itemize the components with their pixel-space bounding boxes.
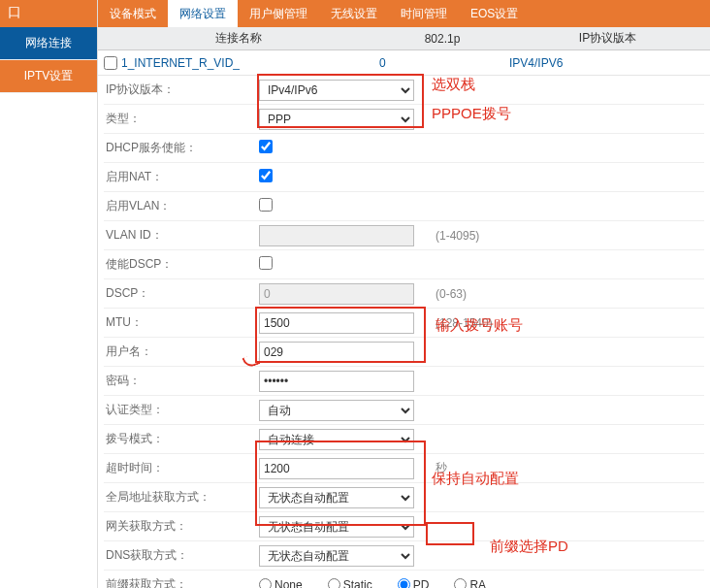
input-dscp[interactable] (259, 283, 414, 305)
label-prefix: 前缀获取方式： (104, 576, 259, 588)
select-dns[interactable]: 无状态自动配置 (259, 545, 414, 567)
checkbox-dscp[interactable] (259, 256, 273, 270)
hint-dscp: (0-63) (424, 287, 704, 301)
connection-checkbox[interactable] (104, 56, 117, 70)
table-header: 连接名称 802.1p IP协议版本 (98, 27, 710, 50)
sidebar-item-network[interactable]: 网络连接 (0, 27, 97, 60)
label-vlan-enable: 启用VLAN： (104, 198, 259, 214)
input-vlanid[interactable] (259, 225, 414, 246)
label-dhcp: DHCP服务使能： (104, 140, 259, 156)
hint-mtu: (128-1540) (424, 316, 704, 330)
label-username: 用户名： (104, 343, 259, 360)
label-auth: 认证类型： (104, 402, 259, 418)
label-dscp-enable: 使能DSCP： (104, 256, 259, 273)
select-global-addr[interactable]: 无状态自动配置 (259, 487, 414, 508)
connection-8021p: 0 (379, 56, 505, 70)
top-tabs: 设备模式 网络设置 用户侧管理 无线设置 时间管理 EOS设置 (98, 0, 710, 27)
label-vlanid: VLAN ID： (104, 227, 259, 244)
connection-row[interactable]: 1_INTERNET_R_VID_ 0 IPV4/IPV6 (98, 50, 710, 76)
tab-user-mgmt[interactable]: 用户侧管理 (238, 0, 319, 27)
checkbox-dhcp[interactable] (259, 140, 273, 153)
input-username[interactable] (259, 342, 414, 363)
label-dial: 拨号模式： (104, 431, 259, 447)
input-password[interactable] (259, 371, 414, 392)
radio-static[interactable]: Static (328, 578, 372, 589)
label-type: 类型： (104, 111, 259, 127)
tab-network-settings[interactable]: 网络设置 (168, 0, 238, 27)
radio-none[interactable]: None (259, 578, 303, 589)
select-auth[interactable]: 自动 (259, 400, 414, 421)
unit-timeout: 秒 (424, 460, 704, 476)
col-ipver: IP协议版本 (505, 30, 710, 47)
label-mtu: MTU： (104, 314, 259, 331)
col-8021p: 802.1p (379, 32, 505, 46)
connection-name: 1_INTERNET_R_VID_ (121, 56, 240, 70)
label-dscp: DSCP： (104, 285, 259, 302)
select-dial[interactable]: 自动连接 (259, 429, 414, 450)
input-mtu[interactable] (259, 312, 414, 334)
tab-wireless[interactable]: 无线设置 (319, 0, 389, 27)
radio-pd[interactable]: PD (398, 578, 430, 589)
tab-eos[interactable]: EOS设置 (459, 0, 530, 27)
select-type[interactable]: PPP (259, 109, 414, 130)
label-nat: 启用NAT： (104, 169, 259, 185)
col-conn-name: 连接名称 (98, 30, 379, 47)
tab-time-mgmt[interactable]: 时间管理 (389, 0, 459, 27)
hint-vlanid: (1-4095) (424, 229, 704, 243)
label-ipver: IP协议版本： (104, 82, 259, 98)
select-gateway[interactable]: 无状态自动配置 (259, 516, 414, 538)
logo-corner: 口 (0, 0, 97, 27)
checkbox-vlan[interactable] (259, 198, 273, 212)
label-gateway: 网关获取方式： (104, 518, 259, 535)
select-ipver[interactable]: IPv4/IPv6 (259, 80, 414, 101)
label-dns: DNS获取方式： (104, 547, 259, 564)
radio-ra[interactable]: RA (454, 578, 486, 589)
tab-device-mode[interactable]: 设备模式 (98, 0, 168, 27)
sidebar-item-iptv[interactable]: IPTV设置 (0, 60, 97, 93)
input-timeout[interactable] (259, 458, 414, 479)
label-password: 密码： (104, 373, 259, 389)
checkbox-nat[interactable] (259, 169, 273, 182)
connection-ipver: IPV4/IPV6 (505, 56, 710, 70)
label-timeout: 超时时间： (104, 460, 259, 476)
label-global-addr: 全局地址获取方式： (104, 489, 259, 506)
